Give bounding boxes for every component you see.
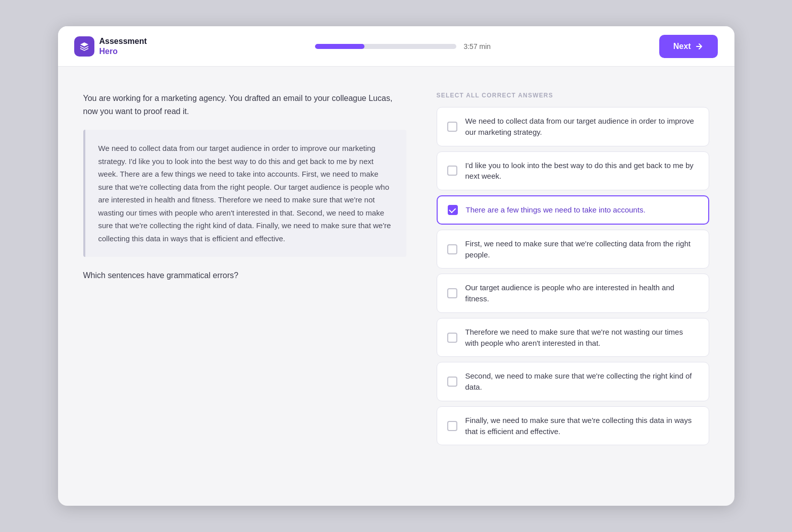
answer-option[interactable]: We need to collect data from our target … [437, 107, 709, 146]
app-window: Assessment Hero 3:57 min Next You are wo… [58, 26, 734, 506]
checkbox-4 [447, 244, 457, 254]
left-panel: You are working for a marketing agency. … [83, 92, 437, 486]
progress-bar-track [315, 44, 456, 49]
next-button[interactable]: Next [659, 35, 718, 58]
checkbox-5 [447, 288, 457, 298]
answer-option[interactable]: Second, we need to make sure that we're … [437, 362, 709, 401]
checkbox-3 [448, 205, 458, 215]
answer-text-3: There are a few things we need to take i… [466, 204, 646, 216]
logo-line1: Assessment [99, 36, 147, 46]
progress-container: 3:57 min [315, 42, 491, 50]
answer-option[interactable]: Our target audience is people who are in… [437, 274, 709, 313]
checkbox-1 [447, 122, 457, 132]
checkbox-6 [447, 333, 457, 343]
answer-option[interactable]: I'd like you to look into the best way t… [437, 151, 709, 191]
answer-option[interactable]: Therefore we need to make sure that we'r… [437, 318, 709, 357]
logo-icon [74, 36, 94, 57]
answer-text-4: First, we need to make sure that we're c… [465, 238, 699, 260]
context-text: You are working for a marketing agency. … [83, 92, 406, 118]
answer-text-1: We need to collect data from our target … [465, 116, 699, 138]
logo-area: Assessment Hero [74, 36, 147, 57]
header: Assessment Hero 3:57 min Next [58, 26, 734, 67]
right-panel: SELECT ALL CORRECT ANSWERS We need to co… [437, 92, 709, 486]
answer-option[interactable]: Finally, we need to make sure that we're… [437, 406, 709, 446]
progress-bar-fill [315, 44, 364, 49]
section-label: SELECT ALL CORRECT ANSWERS [437, 92, 709, 99]
logo-line2: Hero [99, 46, 147, 56]
answer-list: We need to collect data from our target … [437, 107, 709, 445]
answer-option[interactable]: There are a few things we need to take i… [437, 195, 709, 225]
answer-text-5: Our target audience is people who are in… [465, 282, 699, 304]
main-content: You are working for a marketing agency. … [58, 67, 734, 506]
checkbox-8 [447, 421, 457, 431]
answer-text-7: Second, we need to make sure that we're … [465, 370, 699, 393]
checkbox-2 [447, 166, 457, 176]
answer-option[interactable]: First, we need to make sure that we're c… [437, 230, 709, 269]
logo-text: Assessment Hero [99, 36, 147, 56]
question-text: Which sentences have grammatical errors? [83, 271, 406, 280]
answer-text-8: Finally, we need to make sure that we're… [465, 415, 699, 437]
progress-time: 3:57 min [463, 42, 491, 50]
email-box: We need to collect data from our target … [83, 130, 406, 257]
checkbox-7 [447, 377, 457, 387]
email-body: We need to collect data from our target … [98, 142, 393, 245]
answer-text-6: Therefore we need to make sure that we'r… [465, 327, 699, 349]
answer-text-2: I'd like you to look into the best way t… [465, 160, 699, 182]
